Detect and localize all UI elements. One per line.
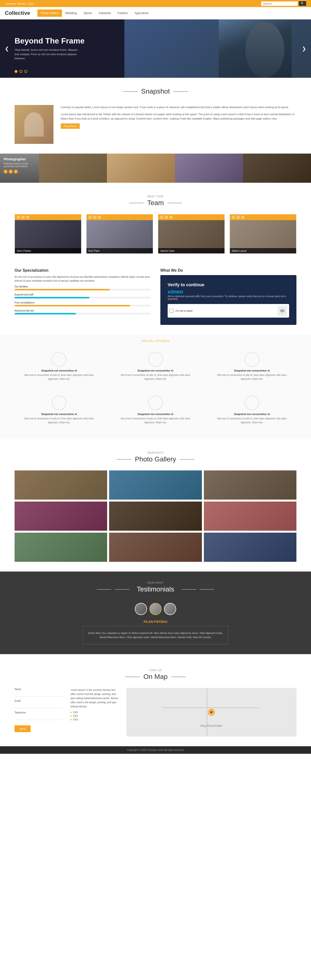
team-card-3-twitter[interactable]: t [160,216,163,219]
spec-item-3-label: Free consultations [14,301,151,304]
nav-photo-gallery[interactable]: Photo Gallery [37,10,62,17]
hero-title: Beyond The Frame [14,37,84,45]
team-card-1-youtube[interactable]: y [21,216,25,219]
search-input[interactable] [261,2,298,6]
service-text-6: Nisi erat et consectetur id odio et. Ant… [212,417,292,425]
service-title-4: Snapshot est consectetur et [19,413,99,415]
snapshot-body1: Contrary to popular belief, Lorem Ipsum … [61,105,297,110]
team-card-3-youtube[interactable]: y [165,216,168,219]
map-description-area: 'Lorem Ipsum' is the common dummy text o… [70,688,119,737]
team-card-1-facebook[interactable]: f [26,216,29,219]
search-button[interactable]: 🔍 [299,1,306,6]
spec-bar-1 [14,289,151,290]
nav-industrial[interactable]: Industrial [95,10,114,17]
twitter-icon[interactable]: t [4,170,8,173]
photographer-strip: Photographer Praesent auctor ut nisl acc… [0,154,311,183]
strip-image-3 [175,154,243,183]
team-card-4-twitter[interactable]: t [232,216,235,219]
captcha-checkbox[interactable] [170,309,173,313]
name-input[interactable] [14,692,63,697]
gallery-grid [14,471,297,562]
team-card-2-twitter[interactable]: t [89,216,92,219]
testimonial-author: FILAN FISTEKU [14,620,297,624]
svg-point-4 [210,711,213,713]
nav-wedding[interactable]: Wedding [62,10,80,17]
gallery-item-6[interactable] [204,501,297,531]
header: Collective Photo Gallery Wedding Sports … [0,7,311,19]
gallery-item-7[interactable] [14,533,107,562]
team-member-4-name: Adam Laura [230,248,296,253]
gallery-item-1[interactable] [14,471,107,500]
gallery-item-5[interactable] [109,501,202,531]
spec-item-1-label: Our facilities [14,285,151,288]
service-circle-5 [148,396,163,410]
map-heading: On Map [14,673,297,681]
hero-prev-arrow[interactable]: ❮ [5,46,9,51]
snapshot-img-shape [24,112,44,137]
gallery-header: Snapshot Photo Gallery [14,444,297,466]
service-text-1: Nisi erat et consectetur id odio et. Ant… [19,373,99,381]
snapshot-header: Snapshot [0,78,311,100]
email-label: Email [14,700,63,702]
team-card-1-icons: t y f [15,214,81,220]
team-label: Meet Our [14,195,297,198]
team-card-3-icons: t y f [158,214,224,220]
services-section: Special Offered Snapshot est consectetur… [0,335,311,439]
photographer-title: Photographer [4,157,35,161]
hero-description: Vitae blandit, lectus sed sem tincidunt … [14,48,83,61]
service-text-4: Nisi erat et consectetur id odio et. Ant… [19,417,99,425]
spec-section: Our Specialization At vero eos et accusa… [0,263,311,335]
team-heading: Team [14,199,297,207]
team-card-1-twitter[interactable]: t [17,216,20,219]
services-grid-row1: Snapshot est consectetur et Nisi erat et… [14,347,297,386]
team-card-4-facebook[interactable]: f [241,216,244,219]
nav-sports[interactable]: Sports [80,10,95,17]
team-card-1: t y f Gem Parker [14,214,81,254]
photographer-card: Photographer Praesent auctor ut nisl acc… [0,154,39,183]
spec-item-4: Advanced lab test [14,309,151,315]
avatar-2[interactable] [149,603,162,615]
spec-description: At vero eos et accusamus et iusto odio d… [14,275,151,283]
hero-next-arrow[interactable]: ❯ [302,46,306,51]
snapshot-body2: Lorem ipsum was introduced to the Trifol… [61,112,297,121]
gallery-item-4[interactable] [14,501,107,531]
avatar-3[interactable] [164,603,176,615]
vimeo-description: We've detected unusual traffic from your… [168,295,289,300]
email-input[interactable] [14,703,63,708]
gallery-label: Snapshot [14,451,297,454]
gallery-item-2[interactable] [109,471,202,500]
map-content: Name Email Telephone Send 'Lorem Ipsum' … [14,688,297,737]
service-title-2: Snapshot est consectetur et [116,369,195,372]
gallery-item-8[interactable] [109,533,202,562]
team-card-3-facebook[interactable]: f [169,216,173,219]
service-circle-2 [148,352,163,367]
strip-image-4 [243,154,311,183]
youtube-icon[interactable]: y [9,170,13,173]
map-list-item-1: XXX [70,711,119,714]
spec-bar-3 [14,305,151,306]
team-card-2-facebook[interactable]: f [98,216,101,219]
map-list-item-3: XXX [70,718,119,721]
telephone-input[interactable] [14,715,63,720]
vimeo-logo: vimeo [168,289,289,295]
nav-agriculture[interactable]: Agriculture [131,10,152,17]
spec-bar-2 [14,297,151,298]
gallery-item-9[interactable] [204,533,297,562]
team-member-1-name: Gem Parker [15,248,81,253]
team-card-2-youtube[interactable]: y [93,216,97,219]
services-label: Special Offered [14,339,297,342]
team-grid: t y f Gem Parker t y f Keri Paul t y f J… [14,214,297,254]
map-header: Find Us On Map [14,664,297,688]
svg-rect-2 [206,688,207,737]
facebook-icon[interactable]: f [14,170,18,173]
team-card-4-youtube[interactable]: y [236,216,240,219]
nav-fashion[interactable]: Fashion [114,10,131,17]
read-more-button[interactable]: Read More [61,123,80,129]
map-list-item-2: XXX [70,715,119,718]
map-list: XXX XXX XXX [70,711,119,721]
gallery-item-3[interactable] [204,471,297,500]
send-button[interactable]: Send [14,725,31,732]
avatar-1[interactable] [135,603,147,615]
map-section: Find Us On Map Name Email Telephone Send… [0,654,311,746]
vimeo-captcha[interactable]: I'm not a robot [168,304,289,318]
